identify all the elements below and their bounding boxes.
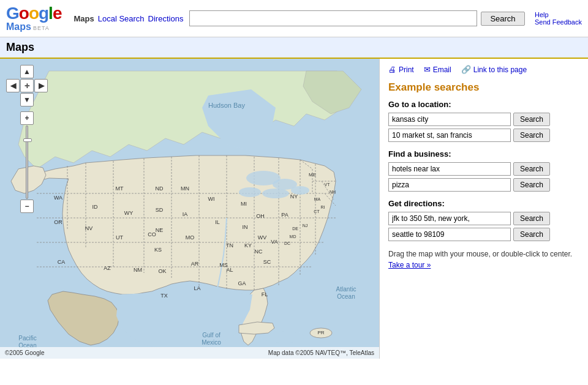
svg-text:SD: SD (156, 207, 164, 213)
svg-text:ND: ND (156, 185, 164, 192)
svg-text:VT: VT (325, 182, 331, 187)
business-search-btn-2[interactable]: Search (513, 178, 550, 192)
print-label: Print (399, 65, 414, 74)
drag-info-text: Drag the map with your mouse, or double-… (388, 250, 572, 258)
business-example-input-1[interactable] (388, 162, 511, 176)
map-footer: ©2005 Google Map data ©2005 NAVTEQ™, Tel… (0, 347, 379, 359)
go-to-location-label: Go to a location: (388, 100, 579, 109)
svg-point-25 (262, 189, 289, 198)
svg-text:NC: NC (255, 249, 263, 255)
svg-text:PA: PA (281, 212, 288, 218)
print-icon: 🖨 (388, 65, 396, 74)
svg-text:OH: OH (256, 213, 265, 219)
pan-center-button[interactable]: ✛ (20, 79, 34, 92)
svg-text:DE: DE (292, 226, 298, 231)
location-example-input-1[interactable] (388, 113, 511, 126)
svg-text:MI: MI (241, 201, 247, 207)
action-links: 🖨 Print ✉ Email 🔗 Link to this page (388, 65, 579, 74)
svg-text:IN: IN (243, 224, 248, 230)
help-link[interactable]: Help (535, 11, 582, 18)
svg-text:Pacific: Pacific (18, 335, 36, 342)
pan-up-button[interactable]: ▲ (20, 65, 34, 78)
svg-text:OK: OK (158, 268, 166, 274)
svg-text:TX: TX (160, 293, 168, 299)
location-example-input-2[interactable] (388, 129, 511, 142)
map-container[interactable]: WA OR CA NV ID MT WY UT AZ NM CO ND SD N… (0, 59, 380, 359)
svg-text:NE: NE (156, 227, 164, 233)
example-searches-title: Example searches (388, 81, 579, 94)
svg-text:TN: TN (226, 242, 233, 249)
svg-text:KS: KS (154, 247, 162, 253)
pan-left-button[interactable]: ◀ (6, 79, 20, 92)
svg-text:Atlantic: Atlantic (336, 286, 356, 293)
svg-text:SC: SC (263, 259, 271, 265)
directions-search-btn-2[interactable]: Search (513, 228, 550, 241)
pan-right-button[interactable]: ▶ (34, 79, 48, 92)
svg-text:NJ: NJ (303, 223, 308, 228)
maps-logo-text: Maps (6, 22, 31, 32)
business-search-btn-1[interactable]: Search (513, 162, 550, 176)
directions-example-input-1[interactable] (388, 212, 511, 225)
nav-maps-label: Maps (74, 14, 94, 23)
business-example-input-2[interactable] (388, 178, 511, 192)
svg-text:DC: DC (284, 241, 290, 245)
search-input[interactable] (189, 10, 477, 26)
svg-text:NM: NM (134, 267, 142, 273)
go-to-location-section: Go to a location: Search Search (388, 100, 579, 142)
get-directions-label: Get directions: (388, 199, 579, 208)
zoom-thumb[interactable] (23, 138, 32, 142)
tour-link[interactable]: Take a tour » (388, 261, 431, 269)
svg-text:WY: WY (124, 210, 134, 216)
svg-text:RI: RI (321, 205, 325, 209)
find-business-section: Find a business: Search Search (388, 149, 579, 192)
svg-point-26 (239, 187, 261, 197)
pan-down-button[interactable]: ▼ (20, 93, 34, 107)
map-data-credit: Map data ©2005 NAVTEQ™, TeleAtlas (268, 349, 374, 356)
get-directions-section: Get directions: Search Search (388, 199, 579, 241)
svg-text:WI: WI (208, 196, 215, 202)
zoom-slider[interactable]: + − (20, 111, 34, 213)
map-controls: ▲ ◀ ✛ ▶ ▼ + − (6, 65, 48, 213)
email-link[interactable]: ✉ Email (424, 65, 451, 74)
nav-directions-link[interactable]: Directions (148, 14, 184, 23)
drag-info: Drag the map with your mouse, or double-… (388, 249, 579, 271)
search-button[interactable]: Search (481, 12, 524, 26)
svg-text:Gulf of: Gulf of (202, 332, 221, 338)
zoom-track[interactable] (26, 125, 28, 199)
logo: Google Maps BETA (6, 5, 61, 32)
svg-text:MT: MT (116, 185, 124, 192)
svg-text:MD: MD (290, 234, 296, 239)
link-icon: 🔗 (461, 65, 471, 74)
beta-label: BETA (33, 26, 50, 31)
svg-text:CO: CO (148, 231, 156, 237)
nav-local-search-link[interactable]: Local Search (98, 14, 145, 23)
directions-example-input-2[interactable] (388, 228, 511, 241)
directions-example-row-2: Search (388, 228, 579, 241)
svg-text:GA: GA (238, 280, 246, 286)
svg-text:NH: NH (330, 190, 336, 194)
pan-controls: ▲ ◀ ✛ ▶ ▼ (6, 65, 48, 107)
nav-links: Maps Local Search Directions (74, 14, 183, 23)
location-example-row-1: Search (388, 113, 579, 126)
svg-text:MO: MO (186, 234, 195, 241)
page-title: Maps (0, 37, 588, 59)
svg-text:WV: WV (258, 234, 267, 241)
directions-search-btn-1[interactable]: Search (513, 212, 550, 225)
map-copyright: ©2005 Google (5, 349, 45, 356)
find-business-label: Find a business: (388, 149, 579, 159)
zoom-out-button[interactable]: − (20, 200, 34, 213)
svg-text:ID: ID (92, 204, 99, 210)
print-link[interactable]: 🖨 Print (388, 65, 414, 74)
location-search-btn-2[interactable]: Search (513, 129, 550, 142)
business-example-row-1: Search (388, 162, 579, 176)
feedback-link[interactable]: Send Feedback (535, 18, 582, 26)
right-panel: 🖨 Print ✉ Email 🔗 Link to this page Exam… (380, 59, 588, 359)
link-to-page-link[interactable]: 🔗 Link to this page (461, 65, 527, 74)
email-label: Email (433, 65, 451, 74)
svg-text:VA: VA (271, 239, 277, 245)
svg-text:IL: IL (215, 219, 220, 225)
location-search-btn-1[interactable]: Search (513, 113, 550, 126)
google-logo: Google (6, 5, 61, 22)
svg-text:Ocean: Ocean (337, 293, 355, 300)
zoom-in-button[interactable]: + (20, 111, 34, 125)
